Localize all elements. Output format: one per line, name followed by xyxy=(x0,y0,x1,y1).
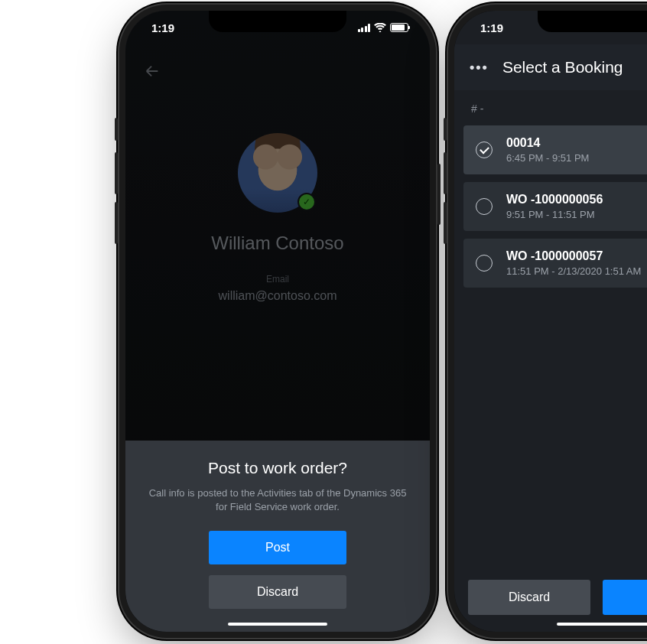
volume-down-button xyxy=(444,202,447,244)
phone-right: 1:19 ••• Select a Booking # - 00014 6:45… xyxy=(454,11,647,632)
home-indicator[interactable] xyxy=(557,623,647,626)
bottom-sheet: Post to work order? Call info is posted … xyxy=(125,441,430,632)
back-arrow-icon[interactable] xyxy=(144,63,161,83)
booking-time: 6:45 PM - 9:51 PM xyxy=(506,152,589,164)
header-bar: ••• Select a Booking xyxy=(454,44,647,90)
volume-mute-button xyxy=(115,118,118,141)
volume-up-button xyxy=(444,152,447,194)
notch xyxy=(538,11,647,32)
screen-right: 1:19 ••• Select a Booking # - 00014 6:45… xyxy=(454,11,647,632)
signal-icon xyxy=(358,24,371,32)
wifi-icon xyxy=(374,23,386,32)
screen-left: 1:19 ✓ William Contoso Email william@con… xyxy=(125,11,430,632)
power-button xyxy=(437,164,441,225)
phone-left: 1:19 ✓ William Contoso Email william@con… xyxy=(125,11,430,632)
booking-list: 00014 6:45 PM - 9:51 PM WO -1000000056 9… xyxy=(463,125,647,288)
booking-title: 00014 xyxy=(506,136,589,150)
header-title: Select a Booking xyxy=(502,58,623,76)
presence-check-icon: ✓ xyxy=(297,193,316,211)
status-time: 1:19 xyxy=(151,21,174,34)
discard-button[interactable]: Discard xyxy=(209,575,346,609)
section-label: # - xyxy=(471,102,483,115)
radio-icon[interactable] xyxy=(476,255,493,272)
profile-email: william@contoso.com xyxy=(219,289,337,303)
action-row: Discard xyxy=(468,580,647,615)
status-time: 1:19 xyxy=(480,21,503,34)
sheet-description: Call info is posted to the Activities ta… xyxy=(148,486,408,514)
volume-mute-button xyxy=(444,118,447,141)
more-icon[interactable]: ••• xyxy=(470,60,489,76)
status-icons xyxy=(358,23,409,32)
radio-icon[interactable] xyxy=(476,198,493,215)
booking-time: 9:51 PM - 11:51 PM xyxy=(506,209,603,220)
booking-title: WO -1000000057 xyxy=(506,249,641,263)
profile-email-label: Email xyxy=(266,274,289,285)
volume-down-button xyxy=(115,202,118,244)
discard-button[interactable]: Discard xyxy=(468,580,590,615)
battery-icon xyxy=(390,23,408,32)
volume-up-button xyxy=(115,152,118,194)
post-button[interactable]: Post xyxy=(209,531,346,564)
booking-title: WO -1000000056 xyxy=(506,193,603,207)
avatar: ✓ xyxy=(238,133,317,213)
booking-item[interactable]: 00014 6:45 PM - 9:51 PM xyxy=(463,125,647,174)
primary-action-button[interactable] xyxy=(603,580,647,615)
sheet-title: Post to work order? xyxy=(208,459,347,477)
notch xyxy=(209,11,346,32)
profile-name: William Contoso xyxy=(211,233,343,254)
checkmark-icon[interactable] xyxy=(476,141,493,158)
booking-item[interactable]: WO -1000000056 9:51 PM - 11:51 PM xyxy=(463,182,647,231)
home-indicator[interactable] xyxy=(228,623,327,626)
booking-time: 11:51 PM - 2/13/2020 1:51 AM xyxy=(506,265,641,277)
booking-item[interactable]: WO -1000000057 11:51 PM - 2/13/2020 1:51… xyxy=(463,239,647,288)
